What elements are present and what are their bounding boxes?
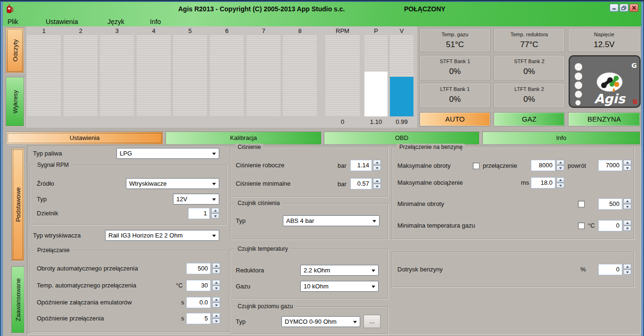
- bar-track: [137, 35, 171, 116]
- mode-button-auto[interactable]: AUTO: [420, 112, 490, 126]
- bar-fill-vacuum: [390, 77, 413, 116]
- spin-up-button[interactable]: [212, 280, 220, 285]
- spin-up-button[interactable]: [623, 220, 631, 225]
- menu-ustawienia[interactable]: Ustawienia: [46, 17, 78, 26]
- bar-track: [100, 35, 134, 116]
- spin-down-button[interactable]: [212, 303, 220, 308]
- restore-button[interactable]: [619, 4, 628, 12]
- emulator-delay-label: Opóźnienie załączania emulatorów: [37, 297, 132, 308]
- led-5: [576, 100, 581, 106]
- spin-up-button[interactable]: [212, 263, 220, 268]
- bar-label: 5: [173, 27, 207, 34]
- spin-down-button[interactable]: [212, 286, 220, 291]
- led-2: [575, 73, 582, 80]
- menu-jezyk[interactable]: Język: [107, 17, 124, 26]
- mode-button-gaz[interactable]: GAZ: [494, 112, 565, 126]
- max-rpm-spinner: [556, 160, 564, 171]
- tab-obd[interactable]: OBD: [324, 131, 479, 145]
- tab-kalibracja[interactable]: Kalibracja: [165, 131, 322, 145]
- spin-up-button[interactable]: [623, 160, 631, 165]
- min-gas-temp-input[interactable]: 0: [598, 220, 622, 231]
- close-button[interactable]: [629, 4, 638, 12]
- max-rpm-switch-checkbox[interactable]: [473, 163, 479, 169]
- led-4: [575, 91, 582, 98]
- spin-up-button[interactable]: [373, 178, 381, 183]
- readout-temp-reduktora: Temp. reduktora77°C: [494, 28, 565, 52]
- injector-type-select[interactable]: Rail IG3 Horizon E2 2 Ohm: [105, 230, 219, 241]
- rpm-type-select[interactable]: 12V: [173, 194, 219, 205]
- auto-switch-rpm-spinner: [212, 263, 220, 274]
- app-window: Agis R2013 - Copyright (C) 2005-2013 App…: [0, 0, 644, 336]
- max-rpm-return-input[interactable]: 7000: [598, 160, 622, 171]
- rpm-divider-input[interactable]: 1: [188, 208, 210, 219]
- spin-down-button[interactable]: [212, 269, 220, 274]
- arrow-up-icon: [376, 180, 379, 182]
- spin-down-button[interactable]: [623, 165, 631, 171]
- combo-value: Wtryskiwacze: [126, 179, 219, 188]
- max-load-label: Maksymalne obciążenie: [397, 177, 463, 188]
- spin-down-button[interactable]: [556, 165, 564, 171]
- side-tab-zaawansowane[interactable]: Zaawansowane: [11, 266, 25, 333]
- petrol-injection-input[interactable]: 0: [598, 264, 622, 275]
- arrow-down-icon: [215, 287, 218, 289]
- bar-label: 3: [100, 27, 134, 34]
- auto-switch-rpm-input[interactable]: 500: [186, 263, 211, 274]
- side-tab-wykresy[interactable]: Wykresy: [6, 77, 24, 126]
- side-tab-podstawowe[interactable]: Podstawowe: [11, 148, 25, 261]
- spin-down-button[interactable]: [373, 184, 381, 189]
- tab-info[interactable]: Info: [482, 131, 640, 145]
- auto-switch-temp-input[interactable]: 30: [186, 280, 211, 291]
- group-title: Ciśnienie: [235, 144, 263, 150]
- switch-delay-input[interactable]: 5: [186, 313, 211, 324]
- fuel-type-select[interactable]: LPG: [116, 148, 219, 159]
- spin-down-button[interactable]: [623, 270, 631, 275]
- readout-label: LTFT Bank 2: [494, 86, 564, 92]
- spin-up-button[interactable]: [373, 160, 381, 165]
- max-rpm-input[interactable]: 8000: [531, 160, 555, 171]
- readout-value: 0%: [494, 95, 564, 104]
- close-icon: [632, 6, 636, 10]
- menu-plik[interactable]: Plik: [8, 17, 18, 26]
- gas-level-more-button[interactable]: ...: [363, 315, 380, 328]
- spin-up-button[interactable]: [212, 313, 220, 318]
- auto-switch-temp-spinner: [212, 280, 220, 291]
- spin-down-button[interactable]: [212, 319, 220, 324]
- led-1: [575, 63, 582, 71]
- spin-down-button[interactable]: [373, 165, 381, 171]
- min-pressure-input[interactable]: 0.57: [350, 178, 372, 189]
- spin-down-button[interactable]: [623, 204, 631, 209]
- spin-up-button[interactable]: [623, 264, 631, 269]
- side-tab-odczyty[interactable]: Odczyty: [6, 27, 24, 73]
- max-load-input[interactable]: 18.0: [531, 177, 555, 188]
- arrow-up-icon: [376, 162, 379, 164]
- readout-ltft-bank2: LTFT Bank 20%: [494, 83, 565, 108]
- working-pressure-spinner: [373, 160, 381, 171]
- working-pressure-input[interactable]: 1.14: [350, 160, 372, 171]
- spin-up-button[interactable]: [623, 198, 631, 204]
- gas-temp-sensor-select[interactable]: 10 kOhm: [300, 281, 379, 292]
- spin-up-button[interactable]: [211, 208, 219, 213]
- rpm-source-select[interactable]: Wtryskiwacze: [126, 178, 219, 189]
- logo-b-indicator: B: [633, 98, 638, 106]
- mode-button-benzyna[interactable]: BENZYNA: [568, 112, 640, 126]
- gas-level-sensor-select[interactable]: DYMCO 0-90 Ohm: [281, 316, 360, 327]
- pressure-sensor-select[interactable]: ABS 4 bar: [283, 215, 380, 226]
- arrow-up-icon: [626, 266, 629, 268]
- minimize-button[interactable]: [610, 4, 619, 12]
- emulator-delay-input[interactable]: 0.0: [186, 297, 211, 308]
- spin-up-button[interactable]: [556, 177, 564, 182]
- spin-down-button[interactable]: [623, 226, 631, 231]
- tab-ustawienia[interactable]: Ustawienia: [6, 131, 163, 145]
- fuel-type-label: Typ paliwa: [33, 148, 62, 159]
- spin-down-button[interactable]: [556, 183, 564, 188]
- spin-up-button[interactable]: [212, 297, 220, 302]
- min-rpm-checkbox[interactable]: [578, 201, 585, 207]
- min-rpm-input[interactable]: 500: [598, 198, 622, 210]
- spin-up-button[interactable]: [556, 160, 564, 165]
- arrow-down-icon: [376, 167, 379, 169]
- min-gas-temp-checkbox[interactable]: [578, 222, 585, 229]
- readout-stft-bank2: STFT Bank 20%: [494, 55, 565, 80]
- reducer-temp-sensor-select[interactable]: 2.2 kOhm: [300, 265, 379, 276]
- spin-down-button[interactable]: [211, 213, 219, 219]
- menu-info[interactable]: Info: [150, 17, 161, 26]
